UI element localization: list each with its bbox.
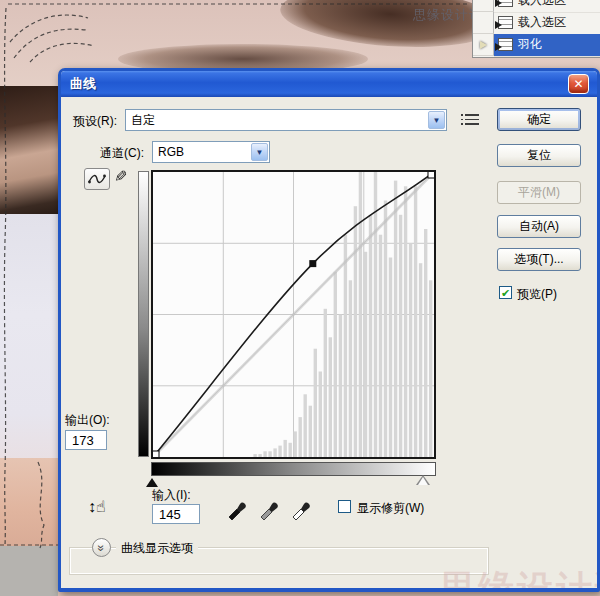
dialog-titlebar[interactable]: 曲线 (61, 71, 597, 97)
channel-combobox[interactable]: RGB ▼ (152, 141, 270, 163)
history-state-icon (498, 16, 513, 29)
highlight-input-marker-fill (418, 477, 428, 485)
preset-value: 自定 (131, 110, 155, 130)
pasteboard-corner (0, 546, 58, 596)
history-row-load-selection-1[interactable]: 载入选区 (473, 0, 600, 12)
black-point-eyedropper-icon[interactable] (225, 497, 247, 521)
chevron-down-icon[interactable]: ▼ (251, 143, 268, 161)
output-label: 输出(O): (65, 412, 110, 429)
on-image-adjust-icon[interactable]: ↕☝ (88, 497, 106, 516)
output-gradient-bar (138, 171, 149, 457)
white-point-eyedropper-icon[interactable] (289, 497, 311, 521)
shadow-input-marker[interactable] (146, 478, 158, 487)
cheek-skin-strip (0, 458, 58, 548)
preset-options-icon[interactable] (465, 114, 479, 126)
dialog-body: 预设(R): 自定 ▼ 确定 复位 平滑(M) 自动(A) 选项(T)... ✔… (61, 97, 597, 588)
channel-value: RGB (158, 142, 184, 162)
history-state-icon (498, 38, 513, 51)
pale-skin-strip (0, 214, 58, 464)
input-value-input[interactable] (152, 504, 200, 524)
history-current-arrow-icon (480, 41, 487, 49)
preset-label: 预设(R): (73, 113, 117, 130)
curve-tool-icon (88, 173, 106, 185)
show-clipping-label: 显示修剪(W) (357, 500, 424, 517)
history-state-icon (498, 0, 513, 7)
ok-button[interactable]: 确定 (497, 108, 581, 131)
reset-button[interactable]: 复位 (497, 144, 581, 167)
preset-combobox[interactable]: 自定 ▼ (125, 109, 447, 131)
show-clipping-checkbox[interactable] (338, 500, 351, 513)
smooth-button[interactable]: 平滑(M) (497, 181, 581, 204)
expand-options-button[interactable]: » (92, 538, 111, 557)
screen: 思缘设计论坛 载入选区 载入选区 羽化 (0, 0, 600, 596)
auto-button[interactable]: 自动(A) (497, 215, 581, 238)
pencil-tool-icon[interactable]: ✎ (114, 167, 127, 186)
history-row-load-selection-2[interactable]: 载入选区 (473, 12, 600, 34)
history-source-well[interactable] (473, 0, 494, 12)
chevron-down-icon[interactable]: ▼ (428, 111, 445, 129)
preview-checkbox[interactable]: ✔ (499, 286, 512, 299)
input-label: 输入(I): (152, 487, 191, 504)
close-button[interactable]: ✕ (568, 74, 589, 94)
curve-grid-area[interactable] (151, 170, 436, 459)
history-state-label: 载入选区 (518, 0, 566, 9)
history-state-label: 载入选区 (518, 14, 566, 31)
curve-plot[interactable] (153, 172, 434, 457)
preview-label: 预览(P) (517, 286, 557, 303)
history-row-feather-selected[interactable]: 羽化 (473, 34, 600, 56)
channel-label: 通道(C): (100, 145, 144, 162)
curve-point-tool-button[interactable] (84, 168, 110, 190)
curve-display-options-label: 曲线显示选项 (116, 540, 198, 557)
input-gradient-bar (151, 462, 436, 476)
history-panel: 载入选区 载入选区 羽化 (472, 0, 600, 58)
left-eye-region (0, 86, 60, 218)
double-chevron-down-icon: » (96, 544, 108, 551)
curves-dialog: 曲线 ✕ 预设(R): 自定 ▼ 确定 复位 平滑(M) 自动(A) 选项(T)… (58, 68, 600, 592)
output-value-input[interactable] (65, 430, 107, 450)
close-icon: ✕ (573, 77, 583, 91)
history-source-well[interactable] (473, 34, 494, 56)
gray-point-eyedropper-icon[interactable] (257, 497, 279, 521)
check-icon: ✔ (501, 287, 510, 299)
history-source-well[interactable] (473, 12, 494, 34)
history-state-label: 羽化 (518, 36, 542, 53)
dialog-title: 曲线 (61, 75, 96, 93)
options-button[interactable]: 选项(T)... (497, 248, 581, 271)
